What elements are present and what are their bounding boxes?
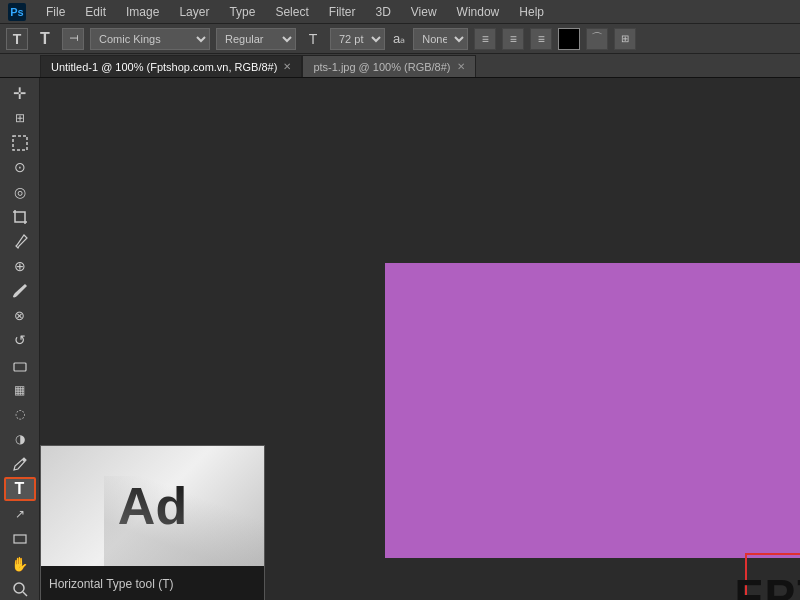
main-area: ✛ ⊞ ⊙ ◎ ⊕ ⊗ ↺ ▦ ◌ — [0, 78, 800, 600]
svg-rect-1 — [14, 363, 26, 371]
tooltip-label: Horizontal Type tool (T) — [41, 566, 264, 600]
menu-filter[interactable]: Filter — [325, 3, 360, 21]
tool-lasso[interactable]: ⊙ — [4, 156, 36, 179]
anti-alias-select[interactable]: None Sharp Crisp Strong Smooth — [413, 28, 468, 50]
font-size-up[interactable]: T — [302, 28, 324, 50]
tool-type[interactable]: T — [4, 477, 36, 501]
tool-blur[interactable]: ◌ — [4, 403, 36, 426]
document-canvas: FPTSHOP.COM.VN — [385, 263, 800, 558]
tool-gradient[interactable]: ▦ — [4, 378, 36, 401]
tool-artboard[interactable]: ⊞ — [4, 107, 36, 130]
svg-rect-3 — [14, 535, 26, 543]
font-family-select[interactable]: Comic Kings Arial Times New Roman — [90, 28, 210, 50]
tab-pts1[interactable]: pts-1.jpg @ 100% (RGB/8#) ✕ — [302, 55, 475, 77]
align-center-btn[interactable]: ≡ — [502, 28, 524, 50]
tool-eraser[interactable] — [4, 354, 36, 377]
tool-crop[interactable] — [4, 206, 36, 229]
menu-help[interactable]: Help — [515, 3, 548, 21]
tool-shape[interactable] — [4, 528, 36, 551]
menu-3d[interactable]: 3D — [371, 3, 394, 21]
tool-pen[interactable] — [4, 453, 36, 476]
tool-preset-btn[interactable]: T — [6, 28, 28, 50]
canvas-area[interactable]: FPTSHOP.COM.VN Ad Horizontal Type tool (… — [40, 78, 800, 600]
tab-pts1-label: pts-1.jpg @ 100% (RGB/8#) — [313, 61, 450, 73]
menu-type[interactable]: Type — [225, 3, 259, 21]
options-bar: T T T Comic Kings Arial Times New Roman … — [0, 24, 800, 54]
tool-dodge[interactable]: ◑ — [4, 428, 36, 451]
tool-healing[interactable]: ⊕ — [4, 255, 36, 278]
svg-point-4 — [14, 583, 24, 593]
tool-marquee[interactable] — [4, 131, 36, 154]
align-right-btn[interactable]: ≡ — [530, 28, 552, 50]
tab-untitled[interactable]: Untitled-1 @ 100% (Fptshop.com.vn, RGB/8… — [40, 55, 302, 77]
tabs-bar: Untitled-1 @ 100% (Fptshop.com.vn, RGB/8… — [0, 54, 800, 78]
menu-layer[interactable]: Layer — [175, 3, 213, 21]
menu-file[interactable]: File — [42, 3, 69, 21]
tool-zoom[interactable] — [4, 577, 36, 600]
character-panel-btn[interactable]: ⊞ — [614, 28, 636, 50]
text-layer-box[interactable]: FPTSHOP.COM.VN — [745, 553, 800, 600]
menu-view[interactable]: View — [407, 3, 441, 21]
tooltip-thumbnail: Ad — [41, 446, 264, 566]
svg-line-5 — [23, 592, 27, 596]
tool-path-selection[interactable]: ↗ — [4, 503, 36, 526]
menu-image[interactable]: Image — [122, 3, 163, 21]
menu-edit[interactable]: Edit — [81, 3, 110, 21]
tool-move[interactable]: ✛ — [4, 82, 36, 105]
aa-label: aₐ — [393, 31, 405, 46]
menu-bar: Ps File Edit Image Layer Type Select Fil… — [0, 0, 800, 24]
tool-history[interactable]: ↺ — [4, 329, 36, 352]
tool-tooltip-popup: Ad Horizontal Type tool (T) — [40, 445, 265, 600]
warp-text-btn[interactable]: ⌒ — [586, 28, 608, 50]
tool-clone-stamp[interactable]: ⊗ — [4, 304, 36, 327]
menu-window[interactable]: Window — [453, 3, 504, 21]
menu-select[interactable]: Select — [271, 3, 312, 21]
tool-brush[interactable] — [4, 280, 36, 303]
font-style-select[interactable]: Regular Bold Italic — [216, 28, 296, 50]
text-color-swatch[interactable] — [558, 28, 580, 50]
align-left-btn[interactable]: ≡ — [474, 28, 496, 50]
hand-overlay — [104, 476, 264, 566]
text-layer-content: FPTSHOP.COM.VN — [734, 569, 800, 601]
orient-toggle[interactable]: T — [62, 28, 84, 50]
svg-rect-0 — [13, 136, 27, 150]
font-size-icon: T — [34, 28, 56, 50]
tool-hand[interactable]: ✋ — [4, 553, 36, 576]
app-logo: Ps — [8, 3, 26, 21]
tab-untitled-label: Untitled-1 @ 100% (Fptshop.com.vn, RGB/8… — [51, 61, 277, 73]
tool-eyedropper[interactable] — [4, 230, 36, 253]
tab-untitled-close[interactable]: ✕ — [283, 61, 291, 72]
svg-point-2 — [22, 458, 25, 461]
tool-quick-select[interactable]: ◎ — [4, 181, 36, 204]
tab-pts1-close[interactable]: ✕ — [457, 61, 465, 72]
toolbar: ✛ ⊞ ⊙ ◎ ⊕ ⊗ ↺ ▦ ◌ — [0, 78, 40, 600]
font-size-select[interactable]: 72 pt 36 pt 48 pt 96 pt — [330, 28, 385, 50]
